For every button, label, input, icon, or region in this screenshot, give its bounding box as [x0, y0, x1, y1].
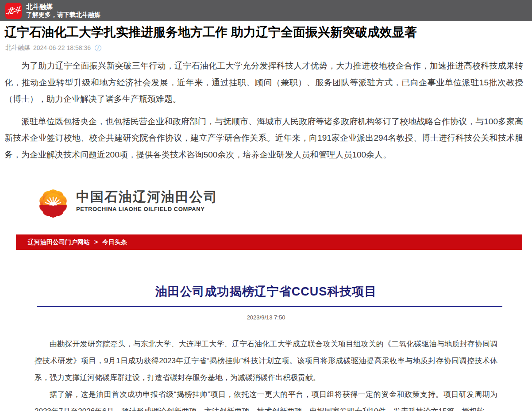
article-timestamp: 2024-06-22 18:58:36 — [33, 44, 91, 51]
embed-paragraph: 由勘探开发研究院牵头，与东北大学、大连理工大学、辽宁石油化工大学成立联合攻关项目… — [35, 336, 497, 386]
company-logo-block: 中国石油辽河油田公司 PETROCHINA LIAOHE OILFIELD CO… — [37, 186, 532, 221]
article-byline: 北斗融媒 2024-06-22 18:58:36 i — [5, 44, 528, 52]
breadcrumb-home[interactable]: 辽河油田公司门户网站 — [28, 238, 90, 246]
app-name: 北斗融媒 — [26, 2, 100, 11]
petrochina-flower-icon — [37, 186, 69, 221]
beidou-app-logo-icon[interactable]: 北斗 — [5, 3, 22, 19]
embed-paragraph: 据了解，这是油田首次成功申报省级“揭榜挂帅”项目，依托这一更大的平台，项目组将获… — [35, 386, 497, 411]
breadcrumb-current[interactable]: 今日头条 — [102, 238, 127, 246]
company-name-cn: 中国石油辽河油田公司 — [76, 189, 218, 204]
article-title: 辽宁石油化工大学扎实推进服务地方工作 助力辽宁全面振兴新突破成效显著 — [4, 25, 526, 40]
article-paragraph: 派驻单位既包括央企，也包括民营企业和政府部门，与抚顺市、海城市人民政府等诸多政府… — [4, 113, 523, 163]
app-promo-text[interactable]: 北斗融媒 了解更多，请下载北斗融媒 — [26, 2, 100, 19]
breadcrumb: 辽河油田公司门户网站 > 今日头条 — [16, 234, 522, 250]
embedded-article-image[interactable]: 中国石油辽河油田公司 PETROCHINA LIAOHE OILFIELD CO… — [0, 186, 532, 411]
app-promo-bar: 北斗 北斗融媒 了解更多，请下载北斗融媒 — [0, 0, 532, 21]
embed-headline: 油田公司成功揭榜辽宁省CCUS科技项目 — [0, 284, 532, 300]
info-icon[interactable]: i — [95, 45, 101, 51]
article-source: 北斗融媒 — [5, 44, 30, 52]
beidou-logo-glyph: 北斗 — [6, 6, 21, 15]
app-download-tagline[interactable]: 了解更多，请下载北斗融媒 — [26, 11, 100, 19]
breadcrumb-separator: > — [94, 238, 98, 246]
article-paragraph: 为了助力辽宁全面振兴新突破三年行动，辽宁石油化工大学充分发挥科技人才优势，大力推… — [4, 58, 523, 108]
company-names: 中国石油辽河油田公司 PETROCHINA LIAOHE OILFIELD CO… — [76, 189, 218, 212]
embed-body: 由勘探开发研究院牵头，与东北大学、大连理工大学、辽宁石油化工大学成立联合攻关项目… — [0, 336, 532, 411]
headline-divider — [37, 306, 502, 307]
article-body: 为了助力辽宁全面振兴新突破三年行动，辽宁石油化工大学充分发挥科技人才优势，大力推… — [0, 58, 532, 163]
embed-date: 2023/9/13 7:50 — [0, 314, 532, 321]
company-name-en: PETROCHINA LIAOHE OILFIELD COMPANY — [76, 206, 218, 212]
